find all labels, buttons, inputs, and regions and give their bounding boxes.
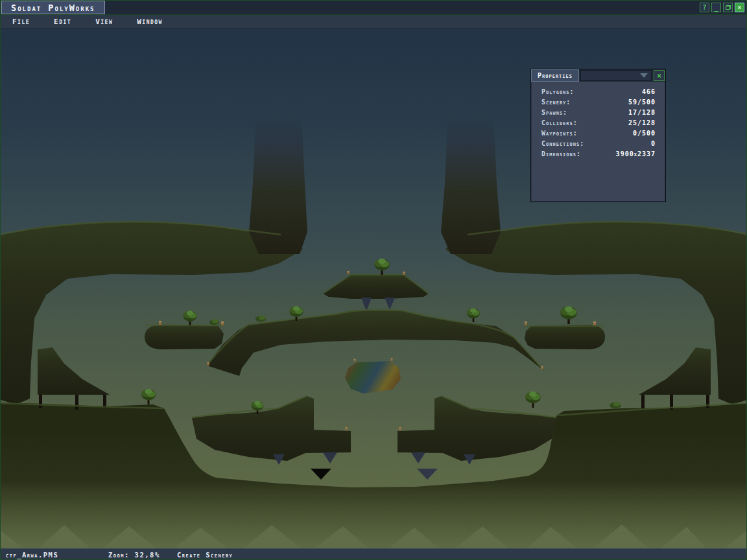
properties-dropdown[interactable] xyxy=(580,70,652,81)
properties-panel-header[interactable]: Properties × xyxy=(531,69,665,82)
properties-panel-title: Properties xyxy=(531,69,579,82)
properties-close-button[interactable]: × xyxy=(654,70,665,81)
restore-button[interactable] xyxy=(723,3,733,12)
menu-view[interactable]: View xyxy=(95,18,113,26)
properties-panel-body: Polygons: 466 Scenery: 59/500 Spawns: 17… xyxy=(531,82,665,161)
menu-window[interactable]: Window xyxy=(137,18,163,26)
close-button[interactable]: × xyxy=(735,3,744,12)
property-row-polygons: Polygons: 466 xyxy=(541,88,656,99)
minimize-button[interactable]: _ xyxy=(711,3,721,12)
close-icon: × xyxy=(737,5,741,11)
status-active-tool: Create Scenery xyxy=(177,551,233,559)
terrain-left-platform xyxy=(145,325,224,349)
menu-bar: File Edit View Window xyxy=(1,15,746,29)
polyworks-window: Soldat PolyWorks ? _ × File Edit View Wi… xyxy=(0,0,747,560)
terrain-pillar-left xyxy=(249,112,307,254)
menu-edit[interactable]: Edit xyxy=(54,18,71,26)
rainbow-polygon xyxy=(345,361,401,393)
terrain-right-platform xyxy=(525,325,605,349)
menu-file[interactable]: File xyxy=(12,18,30,26)
title-bar: Soldat PolyWorks ? _ × xyxy=(1,1,746,15)
property-row-connections: Connections: 0 xyxy=(541,140,656,150)
window-controls: ? _ × xyxy=(700,3,744,12)
chevron-down-icon xyxy=(640,73,648,78)
help-icon: ? xyxy=(702,5,706,11)
status-file-name: ctf_Arwa.PMS xyxy=(6,551,58,559)
terrain-pillar-right xyxy=(441,112,501,254)
help-button[interactable]: ? xyxy=(700,3,709,12)
property-row-scenery: Scenery: 59/500 xyxy=(541,99,656,109)
close-icon: × xyxy=(657,71,661,80)
property-row-colliders: Colliders: 25/128 xyxy=(541,119,656,130)
window-title: Soldat PolyWorks xyxy=(1,1,105,14)
property-row-spawns: Spawns: 17/128 xyxy=(541,109,656,119)
status-zoom-level: Zoom: 32,8% xyxy=(108,551,160,559)
properties-panel: Properties × Polygons: 466 Scenery: 59/5… xyxy=(530,69,666,202)
minimize-icon: _ xyxy=(714,5,718,11)
restore-icon xyxy=(726,5,731,10)
property-row-waypoints: Waypoints: 0/500 xyxy=(541,130,656,140)
status-bar: ctf_Arwa.PMS Zoom: 32,8% Create Scenery xyxy=(1,548,746,560)
property-row-dimensions: Dimensions: 3900x2337 xyxy=(541,150,656,161)
